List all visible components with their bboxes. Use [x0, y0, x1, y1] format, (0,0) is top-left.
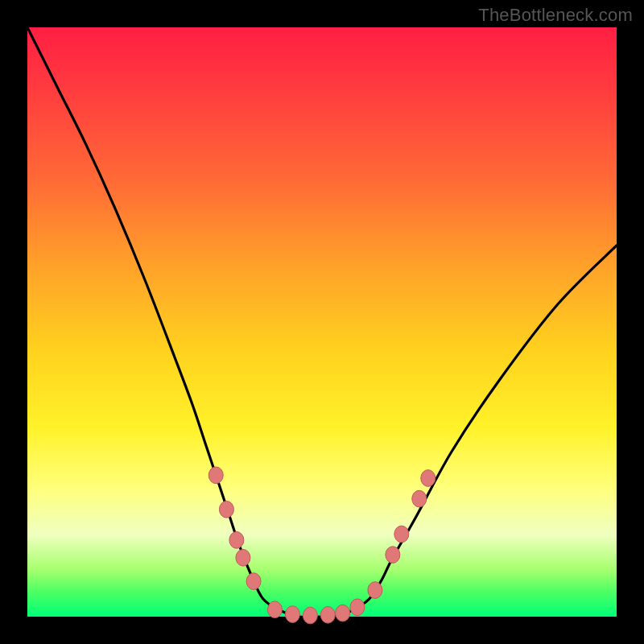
- curve-marker: [368, 582, 382, 599]
- curve-marker: [336, 605, 350, 621]
- curve-marker: [285, 606, 299, 623]
- curve-marker: [229, 531, 244, 548]
- curve-marker: [303, 607, 317, 624]
- bottleneck-curve: [27, 27, 617, 617]
- curve-marker: [394, 526, 409, 543]
- curve-marker: [350, 599, 365, 616]
- curve-marker: [236, 549, 250, 566]
- chart-frame: TheBottleneck.com: [0, 0, 644, 644]
- curve-marker: [267, 601, 282, 618]
- curve-marker: [320, 606, 335, 623]
- plot-area: [27, 27, 617, 617]
- curve-markers: [208, 467, 436, 624]
- curve-marker: [246, 573, 261, 590]
- curve-marker: [386, 547, 400, 564]
- watermark-text: TheBottleneck.com: [478, 5, 633, 26]
- curve-marker: [208, 467, 223, 484]
- curve-marker: [219, 501, 233, 518]
- curve-svg: [27, 27, 617, 617]
- curve-marker: [412, 490, 427, 507]
- curve-marker: [421, 470, 436, 487]
